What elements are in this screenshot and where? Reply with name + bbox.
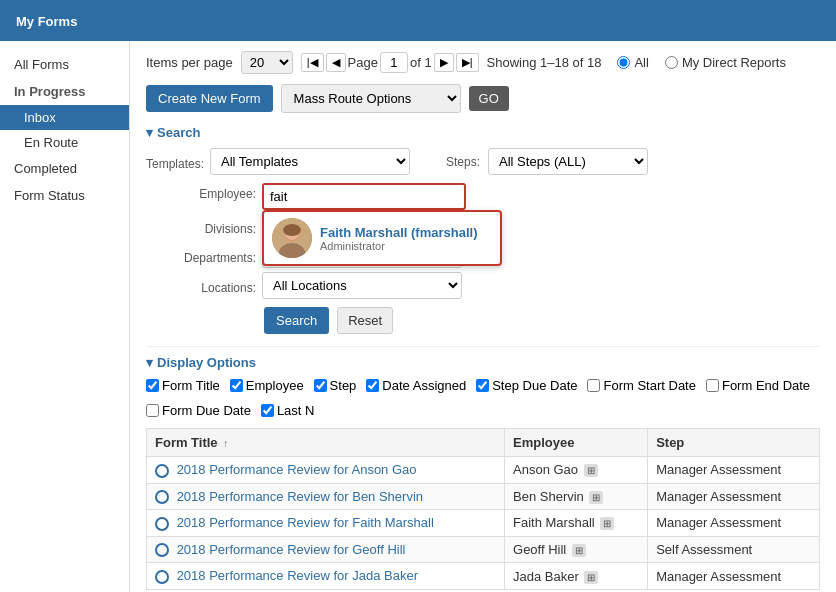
date-assigned-checkbox[interactable] bbox=[366, 379, 379, 392]
employee-input[interactable] bbox=[264, 185, 464, 208]
form-start-date-checkbox[interactable] bbox=[587, 379, 600, 392]
table-row: 2018 Performance Review for Jada Baker J… bbox=[147, 563, 820, 590]
cell-form-title: 2018 Performance Review for Faith Marsha… bbox=[147, 510, 505, 537]
search-section: ▾ Search Templates: All Templates Perfor… bbox=[146, 125, 820, 334]
results-table: Form Title ↑ Employee Step 2018 Performa… bbox=[146, 428, 820, 590]
checkbox-step-due-date[interactable]: Step Due Date bbox=[476, 378, 577, 393]
cell-employee: Faith Marshall ⊞ bbox=[505, 510, 648, 537]
employee-badge: ⊞ bbox=[600, 517, 614, 530]
chevron-down-icon: ▾ bbox=[146, 125, 153, 140]
form-title-link[interactable]: 2018 Performance Review for Faith Marsha… bbox=[177, 515, 434, 530]
sidebar: All Forms In Progress Inbox En Route Com… bbox=[0, 41, 130, 592]
form-title-link[interactable]: 2018 Performance Review for Geoff Hill bbox=[177, 542, 406, 557]
sidebar-item-inbox[interactable]: Inbox bbox=[0, 105, 129, 130]
step-due-date-checkbox[interactable] bbox=[476, 379, 489, 392]
locations-row: Locations: All Locations New York Chicag… bbox=[146, 272, 820, 299]
templates-label: Templates: bbox=[146, 153, 204, 171]
reset-button[interactable]: Reset bbox=[337, 307, 393, 334]
employee-badge: ⊞ bbox=[589, 491, 603, 504]
sidebar-item-form-status[interactable]: Form Status bbox=[0, 182, 129, 209]
step-checkbox[interactable] bbox=[314, 379, 327, 392]
last-page-btn[interactable]: ▶| bbox=[456, 53, 479, 72]
employee-name: Ben Shervin bbox=[513, 489, 584, 504]
pagination-bar: Items per page 20 50 100 |◀ ◀ Page of 1 … bbox=[146, 51, 820, 74]
table-row: 2018 Performance Review for Anson Gao An… bbox=[147, 457, 820, 484]
search-buttons: Search Reset bbox=[264, 307, 820, 334]
checkbox-last-n[interactable]: Last N bbox=[261, 403, 315, 418]
mass-route-select[interactable]: Mass Route Options bbox=[281, 84, 461, 113]
cell-form-title: 2018 Performance Review for Anson Gao bbox=[147, 457, 505, 484]
employee-name: Anson Gao bbox=[513, 462, 578, 477]
sort-arrow-form-title: ↑ bbox=[223, 438, 228, 449]
checkbox-form-title[interactable]: Form Title bbox=[146, 378, 220, 393]
form-icon bbox=[155, 543, 169, 557]
form-title-checkbox[interactable] bbox=[146, 379, 159, 392]
autocomplete-name: Faith Marshall (fmarshall) bbox=[320, 225, 478, 240]
search-button[interactable]: Search bbox=[264, 307, 329, 334]
search-toggle[interactable]: ▾ Search bbox=[146, 125, 820, 140]
employee-badge: ⊞ bbox=[584, 464, 598, 477]
autocomplete-dropdown[interactable]: Faith Marshall (fmarshall) Administrator bbox=[262, 210, 502, 266]
svg-point-4 bbox=[283, 224, 301, 236]
templates-select[interactable]: All Templates Performance Review bbox=[210, 148, 410, 175]
departments-label: Departments: bbox=[146, 247, 256, 265]
my-direct-reports-radio[interactable] bbox=[665, 56, 678, 69]
cell-form-title: 2018 Performance Review for Ben Shervin bbox=[147, 483, 505, 510]
form-title-link[interactable]: 2018 Performance Review for Ben Shervin bbox=[177, 489, 423, 504]
cell-step: Manager Assessment bbox=[648, 457, 820, 484]
checkbox-employee[interactable]: Employee bbox=[230, 378, 304, 393]
autocomplete-title: Administrator bbox=[320, 240, 478, 252]
locations-label: Locations: bbox=[146, 277, 256, 295]
form-end-date-checkbox[interactable] bbox=[706, 379, 719, 392]
locations-select[interactable]: All Locations New York Chicago bbox=[262, 272, 462, 299]
showing-label: Showing 1–18 of 18 bbox=[487, 55, 602, 70]
display-options-toggle[interactable]: ▾ Display Options bbox=[146, 355, 820, 370]
form-title-link[interactable]: 2018 Performance Review for Jada Baker bbox=[177, 568, 418, 583]
chevron-down-icon-2: ▾ bbox=[146, 355, 153, 370]
steps-select[interactable]: All Steps (ALL) bbox=[488, 148, 648, 175]
sidebar-item-en-route[interactable]: En Route bbox=[0, 130, 129, 155]
checkbox-date-assigned[interactable]: Date Assigned bbox=[366, 378, 466, 393]
cell-form-title: 2018 Performance Review for Jada Baker bbox=[147, 563, 505, 590]
employee-row: Employee: bbox=[146, 183, 820, 210]
sidebar-item-all-forms[interactable]: All Forms bbox=[0, 51, 129, 78]
sidebar-item-completed[interactable]: Completed bbox=[0, 155, 129, 182]
next-page-btn[interactable]: ▶ bbox=[434, 53, 454, 72]
cell-employee: Ben Shervin ⊞ bbox=[505, 483, 648, 510]
toolbar: Create New Form Mass Route Options GO bbox=[146, 84, 820, 113]
employee-label: Employee: bbox=[146, 183, 256, 201]
sidebar-in-progress-label: In Progress bbox=[0, 78, 129, 105]
cell-step: Self Assessment bbox=[648, 536, 820, 563]
form-title-link[interactable]: 2018 Performance Review for Anson Gao bbox=[177, 462, 417, 477]
form-due-date-checkbox[interactable] bbox=[146, 404, 159, 417]
cell-step: Manager Assessment bbox=[648, 510, 820, 537]
employee-badge: ⊞ bbox=[572, 544, 586, 557]
form-icon bbox=[155, 490, 169, 504]
checkbox-form-end-date[interactable]: Form End Date bbox=[706, 378, 810, 393]
all-radio[interactable] bbox=[617, 56, 630, 69]
col-employee[interactable]: Employee bbox=[505, 429, 648, 457]
page-input[interactable] bbox=[380, 52, 408, 73]
form-icon bbox=[155, 464, 169, 478]
prev-page-btn[interactable]: ◀ bbox=[326, 53, 346, 72]
steps-label: Steps: bbox=[446, 155, 480, 169]
items-per-page-select[interactable]: 20 50 100 bbox=[241, 51, 293, 74]
cell-step: Manager Assessment bbox=[648, 483, 820, 510]
employee-checkbox[interactable] bbox=[230, 379, 243, 392]
of-label: of 1 bbox=[410, 55, 432, 70]
first-page-btn[interactable]: |◀ bbox=[301, 53, 324, 72]
col-form-title[interactable]: Form Title ↑ bbox=[147, 429, 505, 457]
last-n-checkbox[interactable] bbox=[261, 404, 274, 417]
table-row: 2018 Performance Review for Geoff Hill G… bbox=[147, 536, 820, 563]
checkbox-form-due-date[interactable]: Form Due Date bbox=[146, 403, 251, 418]
checkbox-form-start-date[interactable]: Form Start Date bbox=[587, 378, 695, 393]
my-direct-reports-radio-label[interactable]: My Direct Reports bbox=[665, 55, 786, 70]
create-new-form-button[interactable]: Create New Form bbox=[146, 85, 273, 112]
col-step[interactable]: Step bbox=[648, 429, 820, 457]
avatar bbox=[272, 218, 312, 258]
go-button[interactable]: GO bbox=[469, 86, 509, 111]
cell-step: Manager Assessment bbox=[648, 563, 820, 590]
checkbox-step[interactable]: Step bbox=[314, 378, 357, 393]
form-icon bbox=[155, 517, 169, 531]
all-radio-label[interactable]: All bbox=[617, 55, 648, 70]
